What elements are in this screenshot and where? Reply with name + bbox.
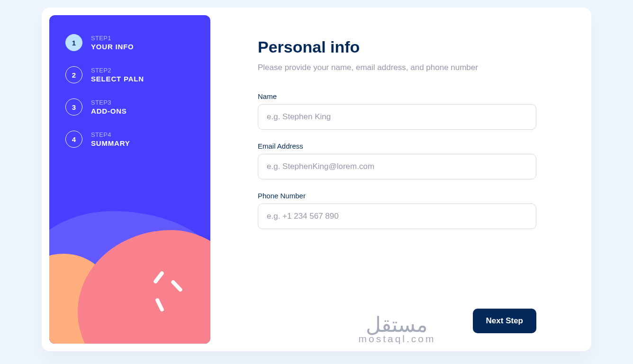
main-panel: Personal info Please provide your name, … <box>210 15 584 344</box>
step-number-badge: 2 <box>65 66 82 83</box>
step-title: SELECT PALN <box>91 75 144 83</box>
page-subtitle: Please provide your name, email address,… <box>258 63 536 72</box>
step-text: STEP1 YOUR INFO <box>91 35 134 51</box>
step-label: STEP1 <box>91 35 134 42</box>
step-number-badge: 4 <box>65 131 82 148</box>
step-title: SUMMARY <box>91 139 130 147</box>
step-title: ADD-ONS <box>91 107 127 115</box>
name-label: Name <box>258 92 536 100</box>
sidebar-step-2[interactable]: 2 STEP2 SELECT PALN <box>65 66 194 83</box>
page-title: Personal info <box>258 38 536 56</box>
sidebar-step-1[interactable]: 1 STEP1 YOUR INFO <box>65 34 194 51</box>
sidebar-step-4[interactable]: 4 STEP4 SUMMARY <box>65 131 194 148</box>
sidebar-step-3[interactable]: 3 STEP3 ADD-ONS <box>65 98 194 115</box>
name-input[interactable] <box>258 104 536 130</box>
step-number-badge: 1 <box>65 34 82 51</box>
step-text: STEP4 SUMMARY <box>91 131 130 147</box>
step-label: STEP4 <box>91 131 130 138</box>
step-text: STEP3 ADD-ONS <box>91 99 127 115</box>
sidebar: 1 STEP1 YOUR INFO 2 STEP2 SELECT PALN 3 … <box>49 15 210 344</box>
step-title: YOUR INFO <box>91 43 134 51</box>
next-step-button[interactable]: Next Step <box>473 309 536 333</box>
phone-label: Phone Number <box>258 192 536 200</box>
step-label: STEP2 <box>91 67 144 74</box>
form-footer: Next Step <box>258 309 536 334</box>
email-input[interactable] <box>258 154 536 179</box>
step-label: STEP3 <box>91 99 127 106</box>
form-group-phone: Phone Number <box>258 192 536 229</box>
step-number-badge: 3 <box>65 98 82 115</box>
steps-list: 1 STEP1 YOUR INFO 2 STEP2 SELECT PALN 3 … <box>65 34 194 148</box>
phone-input[interactable] <box>258 204 536 229</box>
form-group-name: Name <box>258 92 536 130</box>
form-card: 1 STEP1 YOUR INFO 2 STEP2 SELECT PALN 3 … <box>42 8 591 351</box>
email-label: Email Address <box>258 142 536 150</box>
step-text: STEP2 SELECT PALN <box>91 67 144 83</box>
watermark-latin: mostaql.com <box>358 333 435 345</box>
form-group-email: Email Address <box>258 142 536 179</box>
